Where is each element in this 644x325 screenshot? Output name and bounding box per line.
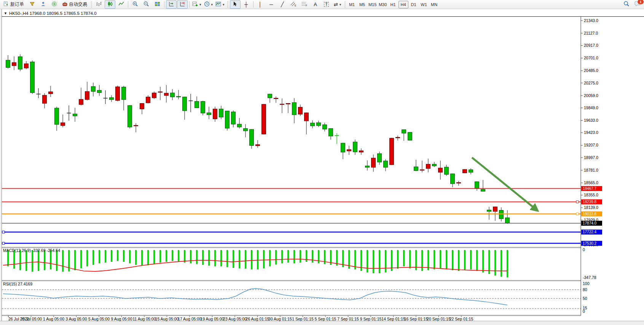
price-tag-label: 17530.2 [583, 241, 597, 245]
indicators-button[interactable]: ▾ [191, 0, 202, 9]
timeframe-d1[interactable]: D1 [409, 1, 419, 8]
hline-handle[interactable] [2, 231, 5, 233]
macd-axis-zero: 0 [583, 247, 585, 252]
x-axis-label: 19 Aug 05:00 [201, 317, 224, 321]
x-axis-label: 14 Sep 01:15 [381, 317, 405, 321]
templates-button[interactable]: ▾ [214, 0, 226, 9]
trendline-icon: ╱ [281, 2, 284, 7]
chart-title-ohlc: HK50-,H4 17968.0 18096.5 17865.5 17874.0 [9, 11, 97, 16]
template-icon [215, 1, 221, 8]
candle [201, 101, 205, 115]
robot-icon [62, 1, 68, 8]
y-axis-label: 19207.0 [584, 143, 598, 147]
toolbar-grip [227, 2, 228, 8]
periods-button[interactable]: ▾ [203, 0, 214, 9]
y-axis-label: 18997.0 [584, 155, 598, 160]
autotrade-label: 自动交易 [69, 1, 87, 8]
new-order-button[interactable]: 新订单 [1, 0, 26, 9]
x-axis-label: 9 Aug 05:00 [111, 317, 132, 321]
arrows-tool-button[interactable]: ⇄▾ [332, 0, 343, 9]
channel-tool-button[interactable]: E [288, 0, 299, 9]
y-axis-label: 20917.0 [584, 43, 598, 48]
notification-badge: 1 [637, 0, 644, 5]
search-button[interactable] [621, 0, 632, 9]
notifications-button[interactable]: 1 [632, 0, 643, 9]
price-tag-label: 17874.0 [583, 221, 597, 225]
x-axis-label: 15 Aug 05:00 [155, 317, 179, 321]
x-axis-label: 7 Sep 01:15 [337, 317, 359, 321]
chart-shift-icon [180, 1, 185, 8]
x-axis-label: 1 Aug 05:00 [43, 317, 64, 321]
price-tag-label: 18033.8 [583, 212, 597, 216]
candlestick-icon [107, 1, 113, 8]
tile-windows-button[interactable] [152, 0, 163, 9]
vline-tool-button[interactable]: │ [255, 0, 266, 9]
x-axis-label: 30 Aug 01:15 [268, 317, 292, 321]
autotrade-button[interactable]: 自动交易 [60, 0, 89, 9]
macd-axis-min: -347.78 [583, 275, 596, 280]
new-order-label: 新订单 [10, 1, 24, 8]
chart-collapse-icon[interactable]: ▼ [4, 11, 7, 15]
x-axis-label: 5 Aug 05:00 [88, 317, 110, 321]
x-axis-label: 23 Aug 05:00 [223, 317, 247, 321]
chevron-down-icon[interactable]: ▾ [199, 3, 201, 6]
text-tool-button[interactable]: A [310, 0, 321, 9]
signal-icon-button[interactable] [49, 0, 59, 9]
trendline-tool-button[interactable]: ╱ [277, 0, 288, 9]
market-watch-button[interactable] [38, 0, 48, 9]
fibonacci-tool-button[interactable]: F [299, 0, 310, 9]
x-axis-label: 5 Sep 01:15 [315, 317, 336, 321]
hline-handle[interactable] [576, 213, 579, 215]
toolbar-separator [164, 1, 164, 8]
candle [463, 169, 467, 173]
text-tool-icon: A [314, 2, 317, 7]
y-axis-label: 20701.0 [584, 56, 598, 60]
timeframe-h1[interactable]: H1 [388, 1, 398, 8]
label-tool-button[interactable]: T [321, 0, 332, 9]
chevron-down-icon[interactable]: ▾ [211, 3, 213, 6]
chart-canvas[interactable]: 21343.021127.020917.020701.020485.020275… [0, 0, 644, 325]
toolbar: 新订单 自动交易 ▾ ▾ ▾ ┼ │ ─ ╱ E F A T ⇄▾ M1 M5 … [0, 0, 644, 9]
candle [225, 111, 230, 131]
vertical-line-icon: │ [259, 2, 262, 7]
y-axis-label: 21127.0 [584, 31, 598, 35]
timeframe-w1[interactable]: W1 [419, 1, 429, 8]
candle [390, 138, 394, 165]
line-chart-type-button[interactable] [116, 0, 126, 9]
fibonacci-icon: F [301, 1, 308, 8]
timeframe-m1[interactable]: M1 [347, 1, 357, 8]
clock-icon [204, 1, 210, 8]
zoom-in-button[interactable] [130, 0, 140, 9]
y-axis-label: 19633.0 [584, 118, 598, 123]
timeframe-m5[interactable]: M5 [357, 1, 367, 8]
svg-text:E: E [295, 4, 296, 7]
timeframe-h4[interactable]: H4 [399, 1, 408, 8]
hline-handle[interactable] [2, 242, 5, 244]
toolbar-grip [91, 2, 92, 8]
search-icon [623, 1, 630, 8]
x-axis-label: 3 Aug 05:00 [65, 317, 87, 321]
hline-handle[interactable] [576, 201, 579, 203]
candlestick-type-button[interactable] [105, 0, 115, 9]
cursor-tool-button[interactable] [230, 0, 241, 9]
x-axis-label: 16 Sep 01:15 [404, 317, 428, 321]
zoom-out-button[interactable] [141, 0, 151, 9]
bar-chart-type-button[interactable] [94, 0, 104, 9]
chevron-down-icon[interactable]: ▾ [340, 3, 341, 6]
timeframe-m15[interactable]: M15 [368, 1, 378, 8]
x-axis-label: 9 Sep 01:15 [360, 317, 382, 321]
chevron-down-icon[interactable]: ▾ [223, 3, 225, 6]
hline-tool-button[interactable]: ─ [266, 0, 277, 9]
y-axis-label: 21343.0 [584, 18, 598, 23]
timeframe-mn[interactable]: MN [429, 1, 439, 8]
macd-label: MACD(12,26,9) -332.69 -254.64 [3, 248, 60, 253]
profile-button[interactable] [27, 0, 37, 9]
y-axis-label: 19849.0 [584, 105, 598, 110]
chart-shift-button[interactable] [177, 0, 188, 9]
auto-scroll-button[interactable] [166, 0, 177, 9]
timeframe-m30[interactable]: M30 [378, 1, 388, 8]
crosshair-tool-button[interactable]: ┼ [241, 0, 252, 9]
y-axis-label: 18355.0 [584, 193, 598, 197]
chart-background [2, 9, 644, 321]
candle [18, 54, 22, 72]
